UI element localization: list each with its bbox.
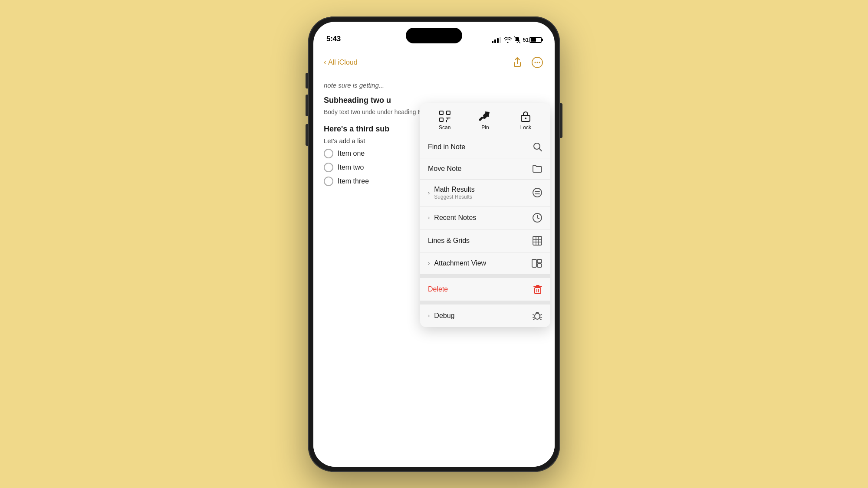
nav-bar: ‹ All iCloud xyxy=(324,56,544,73)
find-in-note-left: Find in Note xyxy=(428,143,465,151)
checkbox-3[interactable] xyxy=(324,177,333,186)
debug-item[interactable]: › Debug xyxy=(420,305,550,327)
svg-line-28 xyxy=(533,314,535,315)
find-in-note-label: Find in Note xyxy=(428,143,465,151)
move-note-label: Move Note xyxy=(428,165,461,173)
attachment-view-item[interactable]: › Attachment View xyxy=(420,252,550,275)
svg-point-2 xyxy=(535,62,536,63)
search-icon xyxy=(533,142,542,152)
scan-label: Scan xyxy=(439,124,450,131)
recent-notes-label: Recent Notes xyxy=(434,214,476,222)
svg-point-3 xyxy=(537,62,538,63)
move-note-item[interactable]: Move Note xyxy=(420,158,550,180)
dropdown-icon-row: Scan Pin Lock xyxy=(420,103,550,136)
volume-down-button[interactable] xyxy=(306,124,308,146)
back-chevron-icon: ‹ xyxy=(324,58,326,67)
svg-line-33 xyxy=(540,319,541,320)
math-results-chevron-icon: › xyxy=(428,190,430,196)
delete-label: Delete xyxy=(428,285,448,293)
math-results-left: › Math Results Suggest Results xyxy=(428,186,475,200)
scan-icon xyxy=(439,110,451,122)
more-icon xyxy=(532,57,543,68)
more-button[interactable] xyxy=(530,56,544,69)
attachment-view-label: Attachment View xyxy=(434,259,486,267)
delete-left: Delete xyxy=(428,285,448,293)
note-fade-text: note sure is getting... xyxy=(324,82,544,89)
pin-button[interactable]: Pin xyxy=(470,110,500,131)
svg-rect-6 xyxy=(447,111,450,115)
svg-rect-16 xyxy=(533,236,542,245)
lock-icon xyxy=(520,110,531,122)
svg-line-31 xyxy=(540,317,542,318)
battery-icon: 51 xyxy=(523,37,542,43)
trash-icon xyxy=(533,284,542,295)
phone-screen: 5:43 xyxy=(313,22,555,467)
checklist-label-3: Item three xyxy=(338,177,369,185)
back-button[interactable]: ‹ All iCloud xyxy=(324,58,358,67)
recent-notes-chevron-icon: › xyxy=(428,214,430,221)
checkbox-2[interactable] xyxy=(324,163,333,172)
checkbox-1[interactable] xyxy=(324,149,333,158)
checklist-label-2: Item two xyxy=(338,164,364,171)
share-button[interactable] xyxy=(510,56,524,69)
attachment-view-chevron-icon: › xyxy=(428,260,430,266)
svg-rect-7 xyxy=(440,118,443,121)
checklist-label-1: Item one xyxy=(338,150,365,157)
lines-grids-left: Lines & Grids xyxy=(428,237,470,245)
status-time: 5:43 xyxy=(326,35,341,43)
math-results-item[interactable]: › Math Results Suggest Results xyxy=(420,180,550,206)
lock-label: Lock xyxy=(520,124,531,131)
svg-rect-21 xyxy=(532,259,536,267)
volume-up-button[interactable] xyxy=(306,95,308,116)
svg-point-9 xyxy=(525,118,526,119)
debug-label: Debug xyxy=(434,312,454,320)
math-results-label-group: Math Results Suggest Results xyxy=(434,186,474,200)
mute-button[interactable] xyxy=(306,73,308,88)
svg-rect-23 xyxy=(537,264,542,267)
mute-bell-icon xyxy=(514,36,520,43)
equal-circle-icon xyxy=(532,187,542,198)
layout-icon xyxy=(531,259,542,268)
menu-divider xyxy=(420,275,550,278)
bug-icon xyxy=(532,311,542,321)
status-icons: 51 xyxy=(492,36,542,43)
power-button[interactable] xyxy=(560,103,562,138)
menu-divider-2 xyxy=(420,301,550,305)
back-label: All iCloud xyxy=(328,59,358,66)
folder-icon xyxy=(532,164,542,173)
debug-left: › Debug xyxy=(428,312,455,320)
grid-icon xyxy=(532,236,542,246)
share-icon xyxy=(513,57,522,68)
svg-rect-5 xyxy=(440,111,443,115)
clock-icon xyxy=(532,213,542,223)
lock-button[interactable]: Lock xyxy=(510,110,541,131)
wifi-icon xyxy=(504,37,512,43)
debug-chevron-icon: › xyxy=(428,312,430,319)
scan-button[interactable]: Scan xyxy=(430,110,460,131)
find-in-note-item[interactable]: Find in Note xyxy=(420,136,550,158)
svg-line-29 xyxy=(540,314,542,315)
phone-frame: 5:43 xyxy=(308,16,560,472)
svg-point-12 xyxy=(533,188,542,197)
pin-label: Pin xyxy=(481,124,489,131)
svg-line-32 xyxy=(533,319,535,320)
pin-icon xyxy=(479,110,491,122)
lines-grids-item[interactable]: Lines & Grids xyxy=(420,229,550,252)
dropdown-menu: Scan Pin Lock xyxy=(420,103,550,327)
signal-icon xyxy=(492,37,501,43)
svg-point-4 xyxy=(539,62,540,63)
svg-rect-22 xyxy=(537,259,542,263)
nav-actions xyxy=(510,56,544,69)
math-results-sublabel: Suggest Results xyxy=(434,194,474,200)
svg-rect-24 xyxy=(535,288,541,294)
svg-line-30 xyxy=(533,317,535,318)
note-background: ‹ All iCloud xyxy=(313,47,555,467)
math-results-label: Math Results xyxy=(434,186,474,193)
recent-notes-item[interactable]: › Recent Notes xyxy=(420,206,550,229)
svg-point-27 xyxy=(535,313,540,319)
delete-item[interactable]: Delete xyxy=(420,278,550,301)
dynamic-island xyxy=(406,28,462,43)
lines-grids-label: Lines & Grids xyxy=(428,237,470,245)
recent-notes-left: › Recent Notes xyxy=(428,214,476,222)
battery-percent: 51 xyxy=(523,37,529,43)
